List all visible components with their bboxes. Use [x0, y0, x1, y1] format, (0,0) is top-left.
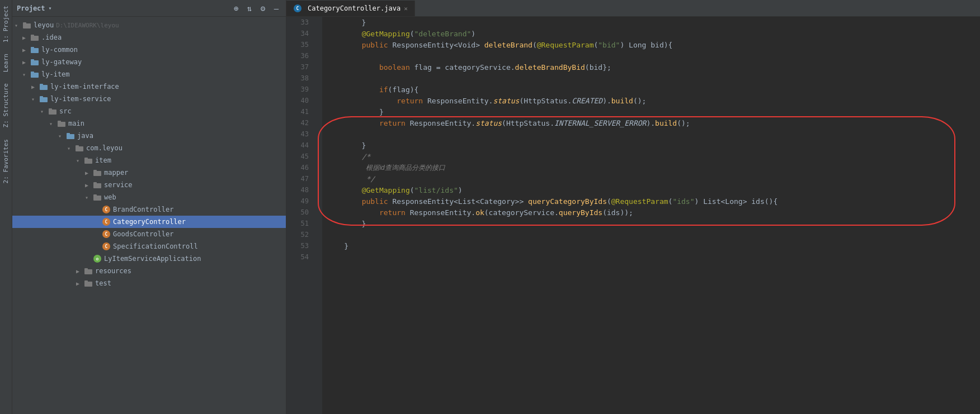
tree-label-ly-item: ly-item [41, 70, 70, 78]
editor-tab-category-controller[interactable]: C CategoryController.java ✕ [286, 1, 415, 16]
c-icon-specification-controller: C [102, 242, 111, 251]
tree-item-java[interactable]: ▾ java [12, 130, 286, 142]
token: } [327, 108, 384, 116]
token: @RequestParam [611, 197, 668, 206]
token: ( [668, 197, 673, 206]
tree-item-leyou[interactable]: ▾ leyou D:\IDEAWORK\leyou [12, 19, 286, 31]
tree-item-src[interactable]: ▾ src [12, 105, 286, 117]
tree-item-resources[interactable]: ▶ resources [12, 265, 286, 277]
tree-item-idea[interactable]: ▶ .idea [12, 31, 286, 44]
token: ResponseEntity [410, 119, 472, 127]
tree-label-service: service [104, 181, 133, 189]
token: ( [410, 30, 414, 38]
token: ResponseEntity [392, 41, 454, 49]
line-number-36: 36 [286, 50, 314, 61]
token: ids [607, 208, 620, 217]
line-number-37: 37 [286, 61, 314, 73]
tree-item-goods-controller[interactable]: C GoodsController [12, 228, 286, 240]
token: (flag){ [388, 85, 419, 94]
folder-icon-ly-gateway [30, 58, 39, 66]
sidebar-tab-favorites[interactable]: 2: Favorites [0, 134, 12, 189]
code-line-45: /* [327, 151, 980, 162]
tree-arrow-leyou: ▾ [15, 22, 22, 28]
tree-item-mapper[interactable]: ▶ mapper [12, 166, 286, 179]
token: ) [471, 30, 475, 38]
c-icon-goods-controller: C [102, 230, 111, 239]
code-line-47: */ [327, 173, 980, 184]
tree-label-com-leyou: com.leyou [86, 144, 123, 152]
tree-arrow-com-leyou: ▾ [67, 145, 75, 151]
token: Long [725, 197, 742, 206]
panel-action-settings[interactable]: ⚙ [258, 3, 268, 13]
line-number-50: 50 [286, 207, 314, 218]
tree-item-ly-gateway[interactable]: ▶ ly-gateway [12, 56, 286, 68]
panel-action-minimize[interactable]: — [271, 3, 281, 13]
tree-arrow-ly-item-service: ▾ [31, 96, 39, 102]
token: ( [484, 208, 489, 217]
line-number-33: 33 [286, 17, 314, 28]
folder-icon-java [66, 131, 75, 140]
code-line-48: @GetMapping("list/ids") [327, 184, 980, 196]
token [327, 197, 362, 206]
tree-item-ly-item-service-app[interactable]: ✿ LyItemServiceApplication [12, 253, 286, 265]
tree-label-brand-controller: BrandController [113, 206, 173, 213]
code-line-52 [327, 229, 980, 240]
tree-arrow-test: ▶ [76, 280, 84, 287]
panel-action-sort[interactable]: ⇅ [244, 3, 255, 13]
token: queryCategoryByIds [528, 197, 607, 206]
code-line-46: 根据id查询商品分类的接口 [327, 162, 980, 173]
line-number-47: 47 [286, 173, 314, 184]
tree-item-web[interactable]: ▾ web [12, 191, 286, 203]
token: 根据id查询商品分类的接口 [366, 163, 445, 173]
token: List [458, 197, 475, 206]
tab-close-button[interactable]: ✕ [404, 5, 408, 12]
sidebar-tab-learn[interactable]: Learn [0, 48, 12, 78]
tree-item-category-controller[interactable]: C CategoryController [12, 216, 286, 228]
token [327, 30, 362, 38]
tree-item-test[interactable]: ▶ test [12, 277, 286, 289]
tree-arrow-main: ▾ [49, 121, 57, 127]
token: Category [480, 197, 515, 206]
token: . [568, 97, 572, 105]
tree-label-category-controller: CategoryController [113, 218, 186, 226]
tab-label-category-controller: CategoryController.java [308, 4, 401, 12]
folder-icon-ly-item [30, 70, 39, 79]
token [327, 153, 362, 161]
token [327, 85, 379, 94]
line-number-54: 54 [286, 251, 314, 263]
sidebar-tab-project[interactable]: 1: Project [0, 0, 12, 48]
folder-icon-src [48, 107, 57, 116]
token: public [362, 197, 393, 206]
tree-arrow-resources: ▶ [76, 268, 84, 274]
token: INTERNAL_SERVER_ERROR [554, 119, 646, 127]
tree-item-item[interactable]: ▾ item [12, 154, 286, 166]
sidebar-tab-structure[interactable]: Z: Structure [0, 78, 12, 133]
tree-item-ly-item[interactable]: ▾ ly-item [12, 68, 286, 80]
code-line-37: boolean flag = categoryService.deleteBra… [327, 61, 980, 73]
panel-title-arrow: ▾ [49, 5, 52, 11]
code-line-39: if(flag){ [327, 84, 980, 95]
tree-item-ly-common[interactable]: ▶ ly-common [12, 44, 286, 56]
token: )); [620, 208, 633, 217]
tree-item-brand-controller[interactable]: C BrandController [12, 203, 286, 216]
tree-label-ly-item-interface: ly-item-interface [50, 83, 119, 91]
tree-item-main[interactable]: ▾ main [12, 117, 286, 130]
code-area[interactable]: } @GetMapping("deleteBrand") public Resp… [322, 17, 980, 414]
tree-item-service[interactable]: ▶ service [12, 179, 286, 191]
spring-icon-ly-item-service-app: ✿ [93, 254, 102, 263]
token: < [720, 197, 725, 206]
tree-item-com-leyou[interactable]: ▾ com.leyou [12, 142, 286, 154]
token: . [554, 208, 559, 217]
code-line-44: } [327, 140, 980, 151]
tree-item-ly-item-service[interactable]: ▾ ly-item-service [12, 93, 286, 105]
tree-item-ly-item-interface[interactable]: ▶ ly-item-interface [12, 80, 286, 93]
token [327, 97, 397, 105]
tree-item-specification-controller[interactable]: C SpecificationControll [12, 240, 286, 253]
editor-gutter [314, 17, 322, 414]
tree-arrow-src: ▾ [40, 108, 48, 115]
token: if [379, 85, 388, 94]
panel-action-add[interactable]: ⊕ [231, 3, 241, 13]
token [327, 208, 379, 217]
token: Void [458, 41, 475, 49]
line-number-42: 42 [286, 117, 314, 129]
